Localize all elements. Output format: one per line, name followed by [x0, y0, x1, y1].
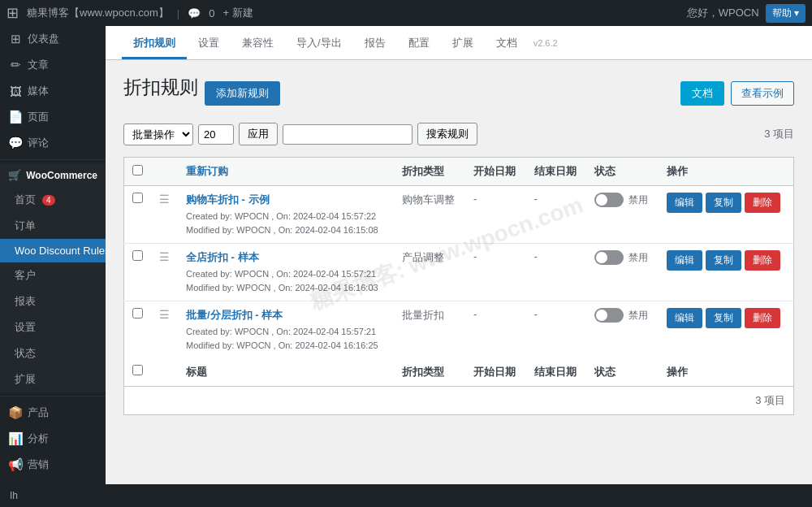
sidebar-item-home[interactable]: 首页 4 [0, 187, 106, 213]
copy-button[interactable]: 复制 [706, 193, 741, 213]
edit-button[interactable]: 编辑 [667, 250, 702, 271]
table-row: ☰ 批量/分层折扣 - 样本 Created by: WPOCN , On: 2… [124, 301, 794, 359]
tab-import-export[interactable]: 导入/导出 [285, 29, 353, 59]
comment-count: 0 [209, 7, 214, 20]
sidebar-label-woo-discount: Woo Discount Rules [15, 245, 106, 257]
tab-compatibility[interactable]: 兼容性 [231, 29, 285, 59]
sidebar-item-appearance[interactable]: 🎨 外观 [0, 478, 106, 484]
sidebar-item-reports-woo[interactable]: 报表 [0, 288, 106, 314]
status-toggle[interactable] [594, 308, 624, 323]
sidebar-item-orders[interactable]: 订单 [0, 213, 106, 239]
main-content: 折扣规则 设置 兼容性 导入/导出 报告 配置 扩展 文档 v2.6.2 折扣规… [106, 26, 812, 484]
sidebar-item-analytics[interactable]: 📊 分析 [0, 426, 106, 452]
tab-bar: 折扣规则 设置 兼容性 导入/导出 报告 配置 扩展 文档 v2.6.2 [106, 26, 812, 60]
drag-handle[interactable]: ☰ [151, 301, 178, 359]
home-badge: 4 [42, 195, 55, 206]
rule-status-cell: 禁用 [586, 301, 659, 359]
media-icon: 🖼 [8, 84, 23, 98]
docs-button[interactable]: 文档 [680, 81, 724, 106]
select-all-checkbox[interactable] [132, 165, 143, 176]
footer-col-type: 折扣类型 [394, 358, 465, 387]
rule-start-cell: - [465, 244, 526, 301]
col-status: 状态 [586, 158, 659, 186]
delete-button[interactable]: 删除 [745, 308, 780, 328]
search-button[interactable]: 搜索规则 [417, 123, 477, 145]
sidebar-label-orders: 订单 [15, 219, 36, 233]
status-label: 禁用 [628, 251, 648, 265]
search-input[interactable] [283, 124, 412, 145]
col-actions: 操作 [659, 158, 793, 186]
analytics-icon: 📊 [8, 431, 23, 446]
woo-icon: 🛒 [8, 169, 21, 181]
rule-meta: Created by: WPOCN , On: 2024-02-04 15:57… [186, 210, 386, 236]
tab-discount-rules[interactable]: 折扣规则 [122, 29, 187, 59]
apply-button[interactable]: 应用 [239, 123, 278, 145]
per-page-input[interactable] [198, 124, 234, 145]
bulk-action-select[interactable]: 批量操作 删除 [123, 124, 193, 145]
tab-settings[interactable]: 设置 [187, 29, 231, 59]
rule-start-cell: - [465, 186, 526, 244]
tab-config[interactable]: 配置 [397, 29, 441, 59]
sidebar-label-comments: 评论 [28, 136, 49, 150]
delete-button[interactable]: 删除 [745, 250, 780, 271]
drag-handle[interactable]: ☰ [151, 186, 178, 244]
sidebar-item-dashboard[interactable]: ⊞ 仪表盘 [0, 26, 106, 52]
page-title: 折扣规则 [123, 75, 198, 100]
sidebar-item-comments[interactable]: 💬 评论 [0, 130, 106, 156]
sidebar-item-woo-discount[interactable]: Woo Discount Rules [0, 239, 106, 262]
action-buttons: 编辑 复制 删除 [667, 250, 785, 271]
action-buttons: 编辑 复制 删除 [667, 308, 785, 328]
drag-handle[interactable]: ☰ [151, 244, 178, 301]
rule-type-cell: 产品调整 [394, 244, 465, 301]
tab-docs[interactable]: 文档 [485, 29, 529, 59]
rule-status-cell: 禁用 [586, 186, 659, 244]
marketing-icon: 📢 [8, 457, 23, 472]
select-all-footer-checkbox[interactable] [132, 365, 143, 375]
rule-meta: Created by: WPOCN , On: 2024-02-04 15:57… [186, 267, 386, 294]
tab-extensions[interactable]: 扩展 [441, 29, 485, 59]
sidebar-item-products[interactable]: 📦 产品 [0, 400, 106, 426]
comments-icon[interactable]: 💬 [188, 7, 201, 20]
example-button[interactable]: 查看示例 [731, 81, 794, 106]
copy-button[interactable]: 复制 [706, 250, 741, 271]
rule-name-link[interactable]: 购物车折扣 - 示例 [186, 193, 270, 206]
sidebar-item-pages[interactable]: 📄 页面 [0, 104, 106, 130]
new-button[interactable]: + 新建 [222, 6, 253, 20]
col-discount-type: 折扣类型 [394, 158, 465, 186]
sidebar-item-posts[interactable]: ✏ 文章 [0, 52, 106, 78]
rule-end-cell: - [526, 301, 587, 359]
rule-name-link[interactable]: 批量/分层折扣 - 样本 [186, 309, 283, 321]
copy-button[interactable]: 复制 [706, 308, 741, 328]
row-checkbox[interactable] [132, 193, 143, 203]
pages-icon: 📄 [8, 110, 23, 124]
sidebar-item-woocommerce[interactable]: 🛒 WooCommerce [0, 163, 106, 187]
sidebar-item-settings-woo[interactable]: 设置 [0, 314, 106, 340]
tab-reports[interactable]: 报告 [353, 29, 397, 59]
status-toggle[interactable] [594, 250, 624, 265]
add-rule-button[interactable]: 添加新规则 [205, 81, 280, 106]
edit-button[interactable]: 编辑 [667, 193, 702, 213]
sidebar-item-marketing[interactable]: 📢 营销 [0, 452, 106, 478]
toggle-slider [594, 250, 624, 265]
sidebar-item-status-woo[interactable]: 状态 [0, 340, 106, 366]
delete-button[interactable]: 删除 [745, 193, 780, 213]
wp-logo[interactable]: ⊞ [6, 4, 19, 22]
comments-icon: 💬 [8, 136, 23, 150]
row-checkbox[interactable] [132, 308, 143, 318]
rule-meta: Created by: WPOCN , On: 2024-02-04 15:57… [186, 325, 386, 352]
edit-button[interactable]: 编辑 [667, 308, 702, 328]
status-toggle[interactable] [594, 193, 624, 207]
footer-col-status: 状态 [586, 358, 659, 387]
rule-name-link[interactable]: 全店折扣 - 样本 [186, 251, 259, 263]
reset-order-link[interactable]: 重新订购 [186, 165, 228, 177]
sidebar-item-extensions-woo[interactable]: 扩展 [0, 366, 106, 392]
page-toolbar: 折扣规则 添加新规则 文档 查看示例 [123, 75, 794, 111]
help-button[interactable]: 帮助 ▾ [766, 4, 806, 23]
rule-end-cell: - [526, 244, 587, 301]
sidebar-item-customers[interactable]: 客户 [0, 262, 106, 288]
sidebar-label-home: 首页 [15, 193, 36, 207]
sidebar-item-media[interactable]: 🖼 媒体 [0, 78, 106, 104]
sidebar-label-customers: 客户 [15, 268, 36, 283]
version-label: v2.6.2 [529, 32, 563, 54]
row-checkbox[interactable] [132, 250, 143, 261]
